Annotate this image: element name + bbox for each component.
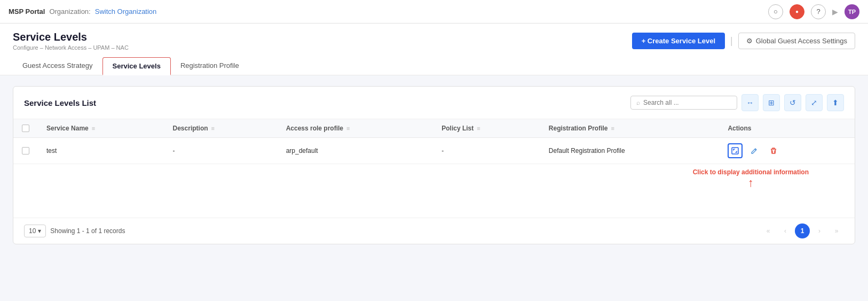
main-content: Service Levels List ⌕ ↔ ⊞ ↺ ⤢ ⬆ — [0, 75, 868, 255]
prev-page-button[interactable]: ‹ — [778, 223, 793, 238]
first-page-button[interactable]: « — [761, 223, 776, 238]
create-service-level-button[interactable]: + Create Service Level — [632, 33, 725, 49]
select-all-header — [13, 119, 38, 138]
next-page-button[interactable]: › — [812, 223, 827, 238]
service-levels-table: Service Name ≡ Description ≡ — [13, 119, 855, 164]
avatar[interactable]: TP — [845, 4, 859, 19]
col-actions: Actions — [719, 119, 855, 138]
annotation-arrow-icon: ↑ — [748, 176, 754, 190]
row-policy-list: - — [433, 138, 540, 164]
card-footer: 10 ▾ Showing 1 - 1 of 1 records « ‹ 1 › … — [13, 218, 855, 244]
delete-icon — [770, 147, 777, 155]
per-page-select[interactable]: 10 ▾ — [24, 225, 46, 237]
filter-reg-profile-icon[interactable]: ≡ — [611, 125, 614, 132]
row-description: - — [164, 138, 278, 164]
table-row: test - arp_default - Default Registratio… — [13, 138, 855, 164]
topnav-right: ○ ● ? ▶ TP — [768, 4, 859, 19]
search-icon: ⌕ — [636, 99, 640, 106]
org-label: Organization: — [49, 7, 90, 16]
annotation-text: Click to display additional information — [693, 168, 809, 176]
table-body: test - arp_default - Default Registratio… — [13, 138, 855, 164]
gear-icon: ⚙ — [746, 37, 753, 45]
upload-button[interactable]: ⬆ — [827, 94, 844, 111]
help-icon-btn[interactable]: ? — [811, 4, 826, 19]
topnav: MSP Portal Organization: Switch Organiza… — [0, 0, 868, 24]
tab-service-levels[interactable]: Service Levels — [102, 57, 171, 75]
delete-row-button[interactable] — [766, 143, 781, 158]
edit-row-button[interactable] — [747, 143, 762, 158]
select-all-checkbox[interactable] — [22, 125, 29, 132]
card-header: Service Levels List ⌕ ↔ ⊞ ↺ ⤢ ⬆ — [13, 87, 855, 119]
page-title: Service Levels — [13, 31, 129, 43]
switch-org-link[interactable]: Switch Organization — [95, 7, 157, 16]
table-wrapper: Service Name ≡ Description ≡ — [13, 119, 855, 218]
col-policy-list: Policy List ≡ — [433, 119, 540, 138]
page-1-button[interactable]: 1 — [795, 223, 810, 238]
row-checkbox[interactable] — [22, 147, 29, 155]
breadcrumb: Configure – Network Access – UPAM – NAC — [13, 44, 129, 51]
page-title-section: Service Levels Configure – Network Acces… — [13, 31, 129, 51]
records-info: Showing 1 - 1 of 1 records — [50, 227, 125, 235]
expand-row-button[interactable] — [728, 143, 743, 158]
row-access-role: arp_default — [278, 138, 433, 164]
annotation-container: Click to display additional information … — [693, 168, 809, 190]
page-header: Service Levels Configure – Network Acces… — [0, 24, 868, 75]
search-icon-btn[interactable]: ○ — [768, 4, 783, 19]
col-service-name: Service Name ≡ — [38, 119, 164, 138]
forward-icon: ▶ — [832, 7, 838, 16]
service-levels-card: Service Levels List ⌕ ↔ ⊞ ↺ ⤢ ⬆ — [13, 86, 855, 244]
card-title: Service Levels List — [24, 98, 96, 107]
page-header-top: Service Levels Configure – Network Acces… — [13, 31, 855, 51]
external-link-button[interactable]: ⤢ — [806, 94, 823, 111]
settings-btn-label: Global Guest Access Settings — [756, 37, 847, 45]
columns-button[interactable]: ⊞ — [763, 94, 780, 111]
expand-icon — [731, 147, 739, 155]
global-guest-access-settings-button[interactable]: ⚙ Global Guest Access Settings — [738, 33, 855, 49]
row-reg-profile: Default Registration Profile — [540, 138, 720, 164]
expand-columns-button[interactable]: ↔ — [741, 94, 759, 111]
topnav-left: MSP Portal Organization: Switch Organiza… — [9, 7, 156, 16]
col-access-role: Access role profile ≡ — [278, 119, 433, 138]
filter-service-name-icon[interactable]: ≡ — [92, 125, 95, 132]
per-page-section: 10 ▾ Showing 1 - 1 of 1 records — [24, 225, 125, 237]
notification-icon-btn[interactable]: ● — [790, 4, 804, 19]
pagination: « ‹ 1 › » — [761, 223, 844, 238]
table-header: Service Name ≡ Description ≡ — [13, 119, 855, 138]
filter-description-icon[interactable]: ≡ — [211, 125, 215, 132]
tab-registration-profile[interactable]: Registration Profile — [171, 57, 249, 75]
col-description: Description ≡ — [164, 119, 278, 138]
per-page-value: 10 — [29, 227, 36, 235]
row-checkbox-cell — [13, 138, 38, 164]
action-buttons — [728, 143, 846, 158]
col-reg-profile: Registration Profile ≡ — [540, 119, 720, 138]
last-page-button[interactable]: » — [829, 223, 844, 238]
card-toolbar: ⌕ ↔ ⊞ ↺ ⤢ ⬆ — [630, 94, 844, 111]
search-input[interactable] — [643, 99, 731, 106]
header-actions: + Create Service Level | ⚙ Global Guest … — [632, 33, 855, 49]
per-page-chevron-icon: ▾ — [38, 227, 41, 235]
refresh-button[interactable]: ↺ — [784, 94, 801, 111]
search-box[interactable]: ⌕ — [630, 96, 737, 110]
btn-divider: | — [730, 35, 733, 47]
row-actions — [719, 138, 855, 164]
tab-guest-access-strategy[interactable]: Guest Access Strategy — [13, 57, 102, 75]
filter-access-role-icon[interactable]: ≡ — [346, 125, 350, 132]
svg-rect-0 — [732, 148, 738, 154]
edit-icon — [751, 147, 758, 155]
row-service-name: test — [38, 138, 164, 164]
tabs: Guest Access Strategy Service Levels Reg… — [13, 57, 855, 75]
filter-policy-list-icon[interactable]: ≡ — [477, 125, 480, 132]
annotation-region: Click to display additional information … — [13, 164, 855, 218]
portal-name: MSP Portal — [9, 7, 45, 16]
